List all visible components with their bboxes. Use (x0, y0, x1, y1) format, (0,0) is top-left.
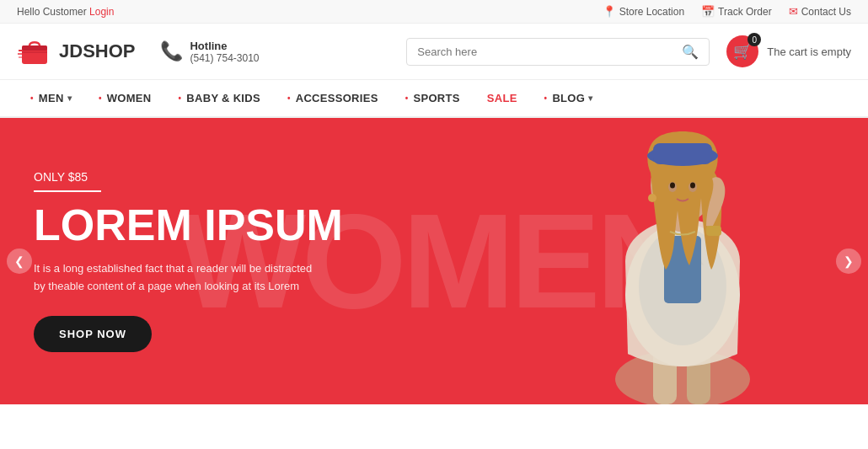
nav-dot-blog: • (544, 94, 548, 103)
nav-item-blog[interactable]: • BLOG ▾ (531, 80, 607, 116)
chevron-down-icon-blog: ▾ (588, 94, 592, 103)
nav-label-women: WOMEN (107, 92, 152, 104)
svg-rect-15 (653, 143, 712, 164)
nav-item-accessories[interactable]: • ACCESSORIES (274, 80, 392, 116)
logo-text: JDSHOP (59, 40, 135, 62)
search-bar: 🔍 (406, 38, 710, 66)
nav-label-baby: BABY & KIDS (186, 92, 260, 104)
svg-rect-1 (22, 45, 47, 51)
cart-area: 🛒 0 The cart is empty (726, 35, 851, 67)
hero-woman-illustration (565, 118, 801, 404)
nav-dot-accessories: • (287, 94, 291, 103)
logo-part1: JD (59, 40, 83, 61)
nav-label-blog: BLOG (552, 92, 585, 104)
nav-label-men: MEN (39, 92, 64, 104)
hotline-text: Hotline (541) 754-3010 (190, 40, 259, 64)
header: JDSHOP 📞 Hotline (541) 754-3010 🔍 🛒 0 Th… (0, 24, 868, 80)
contact-us-label: Contact Us (801, 6, 851, 18)
cart-empty-text: The cart is empty (767, 45, 851, 58)
hero-next-button[interactable]: ❯ (836, 249, 861, 274)
logo-link[interactable]: JDSHOP (17, 34, 135, 69)
calendar-icon: 📅 (701, 5, 715, 18)
nav-item-men[interactable]: • MEN ▾ (17, 80, 85, 116)
top-bar-links: 📍 Store Location 📅 Track Order ✉ Contact… (603, 5, 851, 18)
top-bar: Hello Customer Login 📍 Store Location 📅 … (0, 0, 868, 24)
contact-us-link[interactable]: ✉ Contact Us (789, 5, 851, 18)
nav-bar: • MEN ▾ • WOMEN • BABY & KIDS • ACCESSOR… (0, 80, 868, 118)
svg-point-19 (690, 183, 695, 189)
nav-item-sale[interactable]: SALE (474, 80, 531, 116)
hotline-area: 📞 Hotline (541) 754-3010 (160, 40, 259, 64)
cart-button[interactable]: 🛒 0 (726, 35, 758, 67)
hero-banner: WOMEN ❮ ONLY $85 LOREM IPSUM It is a lon… (0, 118, 868, 404)
nav-dot-sports: • (405, 94, 409, 103)
chevron-down-icon-men: ▾ (67, 94, 72, 103)
hero-prev-button[interactable]: ❮ (7, 249, 32, 274)
hotline-label: Hotline (190, 40, 259, 52)
email-icon: ✉ (789, 5, 798, 18)
hero-content: ONLY $85 LOREM IPSUM It is a long establ… (0, 170, 343, 351)
track-order-link[interactable]: 📅 Track Order (701, 5, 772, 18)
cart-icon: 🛒 (733, 42, 752, 61)
nav-dot-men: • (30, 94, 34, 103)
logo-part2: SHOP (83, 40, 135, 61)
svg-point-21 (648, 194, 656, 202)
cart-badge: 0 (747, 33, 761, 46)
nav-label-sale: SALE (487, 92, 517, 104)
greeting-text: Hello Customer (17, 6, 89, 18)
hero-cta-button[interactable]: SHOP NOW (34, 316, 152, 352)
nav-item-baby-kids[interactable]: • BABY & KIDS (165, 80, 274, 116)
phone-icon: 📞 (160, 40, 183, 62)
nav-label-sports: SPORTS (413, 92, 459, 104)
hotline-number: (541) 754-3010 (190, 52, 259, 64)
login-link[interactable]: Login (89, 6, 114, 18)
nav-dot-baby: • (179, 94, 182, 103)
store-location-label: Store Location (619, 6, 684, 18)
top-bar-greeting: Hello Customer Login (17, 6, 114, 18)
search-input[interactable] (417, 45, 682, 58)
hero-image (565, 118, 801, 404)
hero-divider (34, 190, 101, 192)
logo-icon (17, 34, 52, 69)
hero-description: It is a long established fact that a rea… (34, 260, 343, 296)
hero-title: LOREM IPSUM (34, 202, 343, 249)
svg-point-18 (670, 183, 675, 189)
chevron-right-icon: ❯ (844, 254, 854, 268)
search-icon: 🔍 (682, 45, 699, 59)
location-icon: 📍 (603, 5, 616, 18)
track-order-label: Track Order (718, 6, 772, 18)
svg-rect-20 (706, 226, 721, 236)
nav-dot-women: • (99, 94, 102, 103)
chevron-left-icon: ❮ (14, 254, 24, 268)
store-location-link[interactable]: 📍 Store Location (603, 5, 684, 18)
search-button[interactable]: 🔍 (682, 44, 699, 60)
nav-label-accessories: ACCESSORIES (296, 92, 378, 104)
hero-sub-label: ONLY $85 (34, 170, 343, 184)
nav-item-sports[interactable]: • SPORTS (392, 80, 474, 116)
nav-item-women[interactable]: • WOMEN (85, 80, 165, 116)
